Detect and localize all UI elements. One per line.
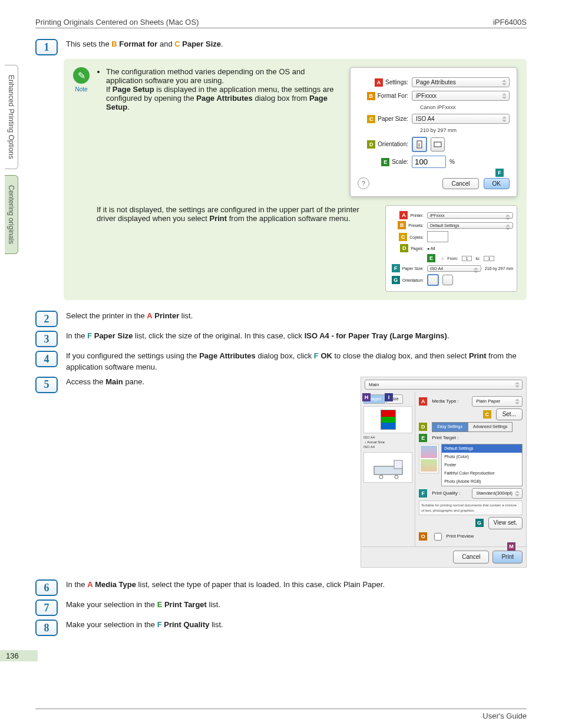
svg-point-6 <box>395 475 398 479</box>
step-num-1: 1 <box>35 39 58 55</box>
pane-select[interactable]: Main <box>365 380 523 390</box>
print-button[interactable]: Print <box>492 551 523 564</box>
orientation-landscape[interactable] <box>431 137 445 151</box>
paper-size-select[interactable]: ISO A4 <box>412 114 510 124</box>
orientation-portrait[interactable]: I <box>412 137 427 152</box>
page-header: Printing Originals Centered on Sheets (M… <box>35 18 527 28</box>
svg-point-5 <box>379 475 383 479</box>
svg-rect-4 <box>394 460 402 469</box>
media-type-select[interactable]: Plain Paper <box>472 396 523 407</box>
print-preview-checkbox[interactable] <box>434 533 442 541</box>
note-box: ✎ Note The configuration method varies d… <box>64 59 527 300</box>
note-icon: ✎ Note <box>73 67 90 292</box>
tab-enhanced[interactable]: Enhanced Printing Options <box>5 65 18 169</box>
paper-preview <box>363 406 412 433</box>
footer: User's Guide <box>35 709 527 720</box>
print-quality-select[interactable]: Standard(300dpi) <box>472 488 523 499</box>
main-cancel-button[interactable]: Cancel <box>453 551 489 564</box>
page-number: 136 <box>0 650 38 661</box>
copies-input[interactable]: 1 <box>427 231 448 242</box>
cancel-button[interactable]: Cancel <box>442 178 478 189</box>
side-tabs: Enhanced Printing Options Centering orig… <box>5 65 18 260</box>
page-attributes-dialog: ASettings:Page Attributes BFormat For:iP… <box>350 67 517 197</box>
tab-centering[interactable]: Centering originals <box>5 175 18 254</box>
header-left: Printing Originals Centered on Sheets (M… <box>35 18 199 27</box>
print-target-list[interactable]: Default Settings Photo (Color) Poster Fa… <box>441 444 523 487</box>
settings-select[interactable]: Page Attributes <box>412 77 510 87</box>
view-set-button[interactable]: View set. <box>488 517 523 529</box>
main-pane-dialog: Main HI ImagesSize ISO A4 ↓ Actual SizeI… <box>361 377 527 568</box>
printer-select[interactable]: iPFxxxx <box>427 212 513 219</box>
help-icon[interactable]: ? <box>358 177 369 189</box>
header-right: iPF6400S <box>493 18 527 27</box>
ok-button[interactable]: OK <box>484 178 510 189</box>
svg-text:I: I <box>418 142 420 148</box>
set-button[interactable]: Set... <box>496 409 523 421</box>
svg-rect-2 <box>434 142 441 147</box>
easy-settings-tab[interactable]: Easy Settings <box>432 422 468 431</box>
scale-input[interactable] <box>412 156 446 168</box>
advanced-settings-tab[interactable]: Advanced Settings <box>468 422 513 431</box>
printer-preview <box>363 452 412 483</box>
presets-select[interactable]: Default Settings <box>427 222 513 229</box>
format-for-select[interactable]: iPFxxxx <box>412 91 510 101</box>
step-1: 1 This sets the B Format for and C Paper… <box>35 39 527 55</box>
print-dialog-upper: APrinter:iPFxxxx BPresets:Default Settin… <box>385 205 517 292</box>
